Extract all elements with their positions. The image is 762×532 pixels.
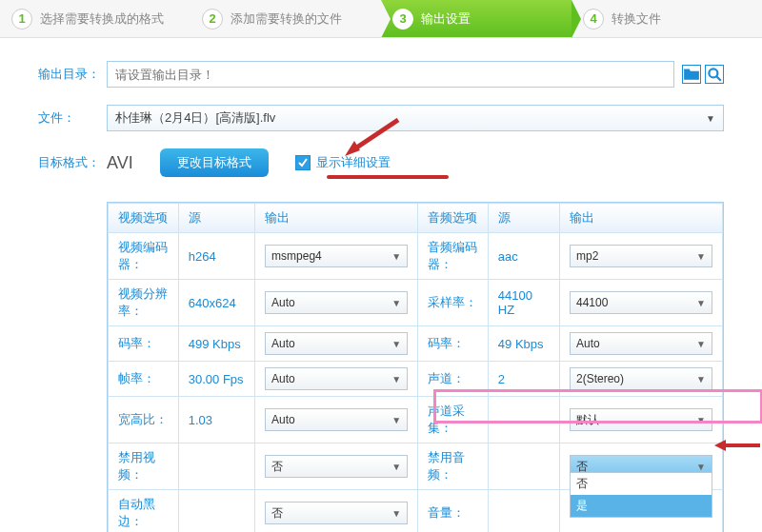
vdis-select[interactable]: 否▼ [265,455,408,478]
th-out: 输出 [255,204,418,233]
fmt-label: 目标格式： [38,154,107,171]
achs-select[interactable]: 默认▼ [570,408,712,431]
th-src: 源 [178,204,254,233]
svg-point-0 [709,69,717,77]
chevron-down-icon: ▼ [706,113,715,124]
step-4[interactable]: 4转换文件 [572,0,762,37]
vratio-select[interactable]: Auto▼ [265,408,408,431]
file-select[interactable]: 朴佳琳（2月4日）[高清版].flv▼ [107,105,724,131]
annotation-underline [327,175,449,179]
outdir-field[interactable] [115,68,666,82]
outdir-label: 输出目录： [38,66,107,83]
output-dir-input[interactable] [107,61,674,88]
vfps-select[interactable]: Auto▼ [265,367,408,390]
adis-option-yes[interactable]: 是 [571,495,712,517]
acodec-select[interactable]: mp2▼ [570,245,712,267]
vres-select[interactable]: Auto▼ [265,291,408,314]
show-detail-checkbox[interactable] [295,155,311,170]
annotation-arrow [341,118,408,158]
abr-select[interactable]: Auto▼ [570,332,712,355]
change-format-button[interactable]: 更改目标格式 [160,148,269,177]
svg-line-1 [716,76,721,81]
step-1[interactable]: 1选择需要转换成的格式 [0,0,190,37]
th-aout: 输出 [560,204,723,233]
svg-marker-3 [345,141,360,156]
adis-option-no[interactable]: 否 [571,473,712,495]
adis-dropdown[interactable]: 否 是 [570,472,712,518]
th-aopt: 音频选项 [418,204,489,233]
vbr-select[interactable]: Auto▼ [265,332,408,355]
wizard-steps: 1选择需要转换成的格式 2添加需要转换的文件 3输出设置 4转换文件 [0,0,762,38]
file-label: 文件： [38,109,107,127]
vpad-select[interactable]: 否▼ [265,502,408,524]
settings-table: 视频选项 源 输出 音频选项 源 输出 视频编码器： h264 msmpeg4▼… [107,202,724,532]
step-3[interactable]: 3输出设置 [381,0,572,37]
step-2[interactable]: 2添加需要转换的文件 [190,0,381,37]
search-icon[interactable] [705,65,724,84]
svg-marker-5 [714,440,726,451]
th-asrc: 源 [488,204,559,233]
vcodec-select[interactable]: msmpeg4▼ [265,245,408,267]
svg-line-2 [352,120,398,150]
annotation-arrow-2 [712,437,762,454]
fmt-value: AVI [107,153,133,173]
th-vopt: 视频选项 [109,204,179,233]
ach-select[interactable]: 2(Stereo)▼ [570,367,712,390]
arate-select[interactable]: 44100▼ [570,291,712,314]
folder-icon[interactable] [682,65,701,84]
